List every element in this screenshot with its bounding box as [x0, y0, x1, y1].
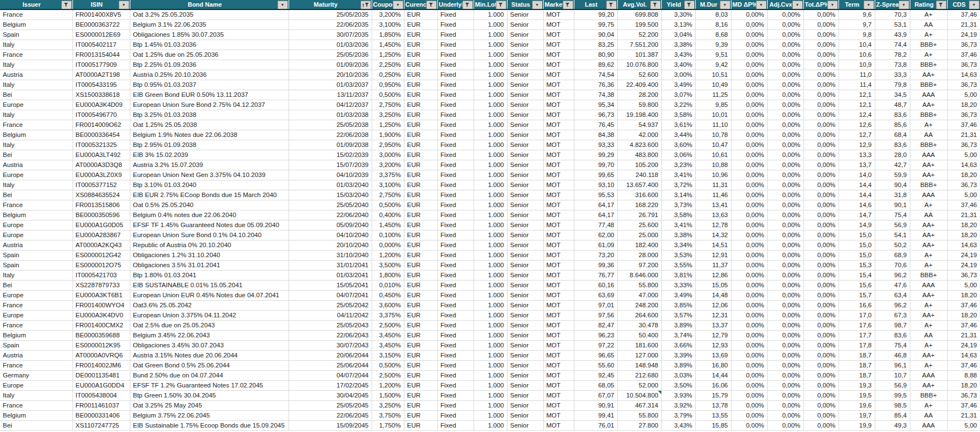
cell-coupon[interactable]: 0,500%: [372, 360, 404, 370]
cell-cds[interactable]: 8,88: [947, 370, 980, 380]
cell-min_lot[interactable]: 1.000: [474, 150, 507, 160]
cell-status[interactable]: Senior: [507, 150, 543, 160]
cell-m_dur[interactable]: 12,79: [695, 330, 731, 340]
cell-tot_dp[interactable]: 0,00%: [803, 250, 838, 260]
cell-isin[interactable]: XS1107247725: [72, 420, 130, 430]
cell-yield[interactable]: 3,55%: [661, 260, 695, 270]
cell-tot_dp[interactable]: 0,00%: [803, 19, 838, 30]
cell-rating[interactable]: A+: [910, 260, 947, 270]
cell-underlying[interactable]: Fixed: [437, 400, 474, 410]
cell-bond_name[interactable]: European Union Next Gen 3.375% 04.10.203…: [130, 170, 289, 180]
cell-isin[interactable]: IT0005421703: [72, 270, 130, 280]
cell-coupon[interactable]: 2,750%: [372, 190, 404, 200]
cell-maturity[interactable]: 04/10/2039: [289, 170, 372, 180]
dropdown-arrow-icon-m_dur[interactable]: ▾: [720, 1, 730, 9]
cell-min_lot[interactable]: 1.000: [474, 130, 507, 140]
cell-adj_cv[interactable]: 0,00%: [767, 130, 803, 140]
cell-cds[interactable]: 37,46: [947, 320, 980, 330]
cell-last[interactable]: 62,00: [574, 230, 617, 240]
cell-underlying[interactable]: Fixed: [437, 170, 474, 180]
cell-maturity[interactable]: 30/07/2035: [289, 30, 372, 40]
dropdown-arrow-icon-z_spread[interactable]: ▾: [899, 1, 909, 9]
cell-cds[interactable]: 18,20: [947, 380, 980, 390]
cell-yield[interactable]: 3,34%: [661, 240, 695, 250]
cell-currency[interactable]: EUR: [404, 150, 437, 160]
cell-last[interactable]: 76,77: [574, 270, 617, 280]
cell-market[interactable]: MOT: [543, 100, 574, 110]
cell-issuer[interactable]: Bei: [0, 280, 72, 290]
cell-bond_name[interactable]: EIB 3% 15.02.2039: [130, 150, 289, 160]
filter-sort-icon-maturity[interactable]: [360, 1, 371, 9]
cell-market[interactable]: MOT: [543, 60, 574, 70]
cell-rating[interactable]: BBB+: [910, 40, 947, 50]
cell-yield[interactable]: 3,03%: [661, 370, 695, 380]
cell-market[interactable]: MOT: [543, 90, 574, 100]
cell-status[interactable]: Senior: [507, 320, 543, 330]
cell-term[interactable]: 14,7: [838, 210, 875, 220]
cell-currency[interactable]: EUR: [404, 230, 437, 240]
cell-term[interactable]: 15,0: [838, 230, 875, 240]
cell-currency[interactable]: EUR: [404, 390, 437, 400]
cell-maturity[interactable]: 17/02/2045: [289, 380, 372, 390]
cell-coupon[interactable]: 0,500%: [372, 90, 404, 100]
cell-market[interactable]: MOT: [543, 420, 574, 430]
cell-isin[interactable]: BE0000363722: [72, 19, 130, 30]
cell-market[interactable]: MOT: [543, 370, 574, 380]
cell-maturity[interactable]: 04/11/2042: [289, 310, 372, 320]
cell-term[interactable]: 14,6: [838, 200, 875, 210]
cell-last[interactable]: 99,70: [574, 160, 617, 170]
cell-rating[interactable]: AAA: [910, 370, 947, 380]
cell-tot_dp[interactable]: 0,00%: [803, 310, 838, 320]
cell-yield[interactable]: 3,58%: [661, 110, 695, 120]
cell-rating[interactable]: BBB+: [910, 110, 947, 120]
cell-last[interactable]: 93,33: [574, 140, 617, 150]
cell-adj_cv[interactable]: 0,00%: [767, 360, 803, 370]
cell-adj_cv[interactable]: 0,00%: [767, 110, 803, 120]
cell-bond_name[interactable]: Btp Green 1.50% 30.04.2045: [130, 390, 289, 400]
cell-avg_vol[interactable]: 54.937: [617, 120, 661, 130]
cell-coupon[interactable]: 3,450%: [372, 340, 404, 350]
cell-min_lot[interactable]: 1.000: [474, 80, 507, 90]
cell-underlying[interactable]: Fixed: [437, 300, 474, 310]
cell-maturity[interactable]: 01/09/2036: [289, 60, 372, 70]
cell-currency[interactable]: EUR: [404, 30, 437, 40]
cell-m_dur[interactable]: 11,31: [695, 180, 731, 190]
cell-adj_cv[interactable]: 0,00%: [767, 370, 803, 380]
cell-bond_name[interactable]: Obligaciones 1.2% 31.10.2040: [130, 250, 289, 260]
cell-z_spread[interactable]: 79,8: [875, 80, 910, 90]
cell-last[interactable]: 99,75: [574, 19, 617, 30]
cell-underlying[interactable]: Fixed: [437, 90, 474, 100]
cell-status[interactable]: Senior: [507, 70, 543, 80]
cell-maturity[interactable]: 22/06/2040: [289, 210, 372, 220]
cell-min_lot[interactable]: 1.000: [474, 380, 507, 390]
cell-avg_vol[interactable]: 182.400: [617, 240, 661, 250]
cell-isin[interactable]: IT0005433195: [72, 80, 130, 90]
cell-issuer[interactable]: France: [0, 9, 72, 19]
cell-md_dp[interactable]: 0,00%: [731, 220, 767, 230]
cell-z_spread[interactable]: 33,3: [875, 70, 910, 80]
cell-yield[interactable]: 3,30%: [661, 9, 695, 19]
cell-md_dp[interactable]: 0,00%: [731, 9, 767, 19]
cell-underlying[interactable]: Fixed: [437, 60, 474, 70]
cell-md_dp[interactable]: 0,00%: [731, 290, 767, 300]
cell-tot_dp[interactable]: 0,00%: [803, 300, 838, 310]
cell-isin[interactable]: IT0005321325: [72, 140, 130, 150]
cell-last[interactable]: 76,36: [574, 80, 617, 90]
cell-market[interactable]: MOT: [543, 110, 574, 120]
cell-issuer[interactable]: Austria: [0, 160, 72, 170]
cell-rating[interactable]: AA+: [910, 350, 947, 360]
cell-term[interactable]: 9,7: [838, 19, 875, 30]
cell-adj_cv[interactable]: 0,00%: [767, 250, 803, 260]
cell-term[interactable]: 15,0: [838, 240, 875, 250]
cell-z_spread[interactable]: 90,4: [875, 180, 910, 190]
cell-min_lot[interactable]: 1.000: [474, 190, 507, 200]
cell-yield[interactable]: 3,66%: [661, 340, 695, 350]
cell-rating[interactable]: AA: [910, 330, 947, 340]
cell-term[interactable]: 17,0: [838, 310, 875, 320]
cell-term[interactable]: 10,4: [838, 40, 875, 50]
cell-coupon[interactable]: 0,950%: [372, 80, 404, 90]
cell-coupon[interactable]: 1,450%: [372, 40, 404, 50]
cell-md_dp[interactable]: 0,00%: [731, 370, 767, 380]
cell-cds[interactable]: 36,73: [947, 110, 980, 120]
cell-currency[interactable]: EUR: [404, 60, 437, 70]
